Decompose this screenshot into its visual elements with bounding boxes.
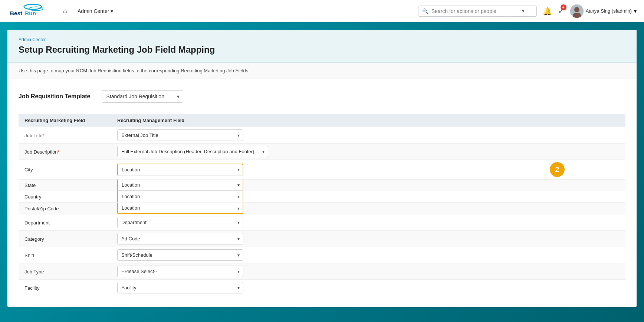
field-select[interactable]: External Job Title [117,129,243,141]
table-row: Postal/Zip CodeLocation▾ [19,203,625,214]
template-label: Job Requisition Template [19,93,91,100]
field-select-cell[interactable]: Location▾ [111,160,536,180]
field-label-cell: Shift [19,247,111,263]
info-bar: Use this page to map your RCM Job Requis… [7,63,637,79]
required-star: * [42,133,44,138]
nav-links: ⌂ Admin Center ▾ [63,6,117,16]
empty-cell [536,263,625,280]
mapping-table: Recruiting Marketing Field Recruiting Ma… [19,114,625,296]
bestrun-logo: Best Run [7,3,52,19]
location-select[interactable]: Location [117,164,243,175]
empty-cell [536,144,625,160]
field-select-wrap[interactable]: --Please Select--▾ [117,266,243,277]
admin-center-nav[interactable]: Admin Center ▾ [74,6,117,16]
avatar [570,4,584,18]
field-select-wrap[interactable]: External Job Title▾ [117,129,243,141]
field-label: City [24,167,33,172]
field-select[interactable]: Shift/Schedule [117,249,243,261]
page-wrapper: Admin Center Setup Recruiting Marketing … [0,22,644,322]
empty-cell [536,247,625,263]
field-select-cell[interactable]: Location▾ [111,203,536,214]
location-select[interactable]: Location [117,180,243,191]
field-select-wrap[interactable]: Facility▾ [117,282,243,293]
table-row: CategoryAd Code▾ [19,231,625,247]
field-select-cell[interactable]: --Please Select--▾ [111,263,536,280]
chevron-down-icon: ▾ [111,8,113,14]
content-area: Job Requisition Template Standard Job Re… [7,79,637,307]
table-row: Job Type--Please Select--▾ [19,263,625,280]
location-select-wrap[interactable]: Location▾ [117,203,243,214]
field-select-wrap[interactable]: Ad Code▾ [117,233,243,244]
field-label-cell: Country [19,191,111,203]
field-label-cell: Category [19,231,111,247]
svg-text:Run: Run [25,10,36,16]
field-select-wrap[interactable]: Full External Job Description (Header, D… [117,146,268,157]
nav-right: 🔍 ▾ 🔔 ✓ 4 Aanya Sing (sfadmin) ▾ [418,4,637,18]
template-select-wrap[interactable]: Standard Job Requisition ▾ [102,90,183,103]
search-icon: 🔍 [422,8,428,14]
table-row: DepartmentDepartment▾ [19,214,625,231]
badge-cell [536,203,625,214]
field-select-cell[interactable]: Department▾ [111,214,536,231]
field-select[interactable]: Department [117,217,243,228]
bell-icon[interactable]: 🔔 [543,7,552,16]
field-select-cell[interactable]: Ad Code▾ [111,231,536,247]
col-recruiting-marketing: Recruiting Marketing Field [19,114,111,127]
field-select-wrap[interactable]: Shift/Schedule▾ [117,249,243,261]
field-label: Job Description* [24,149,60,155]
table-row: CountryLocation▾ [19,191,625,203]
home-icon[interactable]: ⌂ [63,7,67,15]
field-select[interactable]: Ad Code [117,233,243,244]
table-row: CityLocation▾2 [19,160,625,180]
notifications[interactable]: ✓ 4 [558,7,564,16]
step-badge: 2 [550,162,565,177]
field-select-cell[interactable]: Full External Job Description (Header, D… [111,144,536,160]
field-label-cell: Job Description* [19,144,111,160]
col-recruiting-management: Recruiting Management Field [111,114,536,127]
svg-point-5 [574,7,579,12]
user-menu[interactable]: Aanya Sing (sfadmin) ▾ [570,4,637,18]
field-label: State [24,183,36,188]
location-select-wrap[interactable]: Location▾ [117,191,243,202]
field-select[interactable]: Facility [117,282,243,293]
notification-count: 4 [561,4,566,10]
table-row: Job Title*External Job Title▾ [19,127,625,144]
search-bar[interactable]: 🔍 ▾ [418,6,537,17]
empty-cell [536,231,625,247]
badge-cell [536,180,625,191]
breadcrumb[interactable]: Admin Center [19,37,625,42]
search-input[interactable] [431,8,520,14]
search-dropdown-button[interactable]: ▾ [520,8,526,14]
field-select-cell[interactable]: Facility▾ [111,280,536,296]
location-select[interactable]: Location [117,191,243,202]
table-row: Job Description*Full External Job Descri… [19,144,625,160]
location-select-wrap[interactable]: Location▾ [117,180,243,191]
user-name: Aanya Sing (sfadmin) [586,8,632,14]
field-label-cell: City [19,160,111,180]
empty-cell [536,280,625,296]
location-select-wrap[interactable]: Location▾ [117,164,243,175]
page-header: Admin Center Setup Recruiting Marketing … [7,30,637,63]
field-select-wrap[interactable]: Department▾ [117,217,243,228]
logo: Best Run [7,3,52,19]
field-label: Facility [24,285,39,291]
field-select-cell[interactable]: Location▾ [111,191,536,203]
location-select[interactable]: Location [117,203,243,214]
field-label-cell: Postal/Zip Code [19,203,111,214]
template-select[interactable]: Standard Job Requisition [102,90,183,103]
field-select-cell[interactable]: External Job Title▾ [111,127,536,144]
field-select-cell[interactable]: Shift/Schedule▾ [111,247,536,263]
svg-text:Best: Best [10,10,22,16]
field-select[interactable]: --Please Select-- [117,266,243,277]
field-select-cell[interactable]: Location▾ [111,180,536,191]
field-label-cell: Job Type [19,263,111,280]
field-label: Category [24,236,44,242]
field-label-cell: Job Title* [19,127,111,144]
badge-cell: 2 [536,160,625,180]
admin-center-label: Admin Center [78,8,109,14]
badge-cell [536,191,625,203]
field-select[interactable]: Full External Job Description (Header, D… [117,146,268,157]
field-label: Postal/Zip Code [24,206,59,211]
user-chevron-icon: ▾ [634,8,637,14]
field-label-cell: State [19,180,111,191]
